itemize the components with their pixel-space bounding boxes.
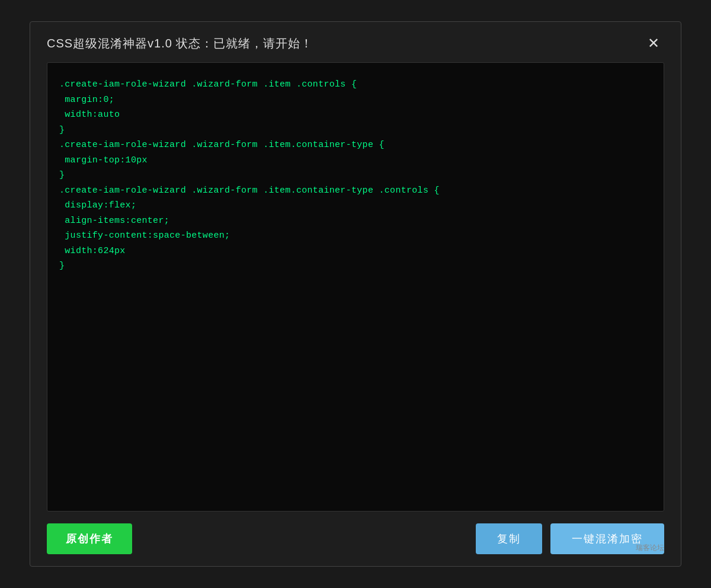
- main-window: CSS超级混淆神器v1.0 状态：已就绪，请开始！ ✕ .create-iam-…: [30, 21, 681, 567]
- bottom-bar: 原创作者 复制 一键混淆加密: [30, 512, 681, 566]
- title-bar: CSS超级混淆神器v1.0 状态：已就绪，请开始！ ✕: [30, 22, 681, 62]
- code-editor[interactable]: .create-iam-role-wizard .wizard-form .it…: [47, 62, 664, 512]
- code-display: .create-iam-role-wizard .wizard-form .it…: [59, 77, 652, 274]
- copy-button[interactable]: 复制: [476, 523, 542, 554]
- right-button-group: 复制 一键混淆加密: [476, 523, 664, 554]
- close-button[interactable]: ✕: [643, 34, 664, 53]
- author-button[interactable]: 原创作者: [47, 523, 132, 554]
- encrypt-button[interactable]: 一键混淆加密: [550, 523, 664, 554]
- window-title: CSS超级混淆神器v1.0 状态：已就绪，请开始！: [47, 36, 313, 52]
